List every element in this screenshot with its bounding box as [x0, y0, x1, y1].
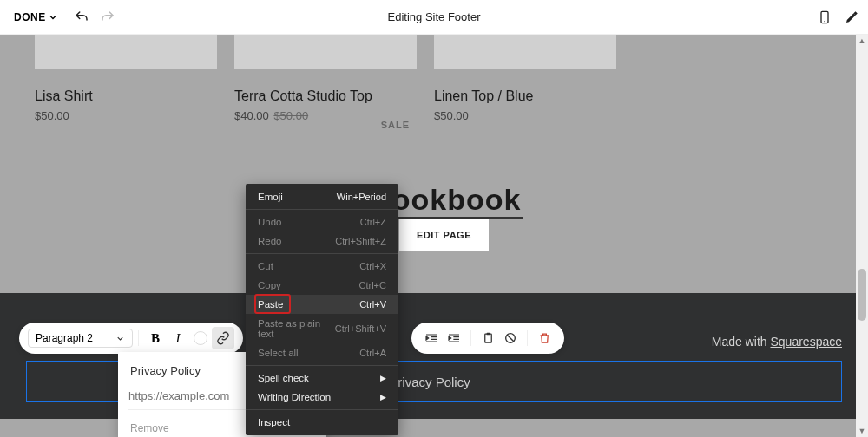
submenu-arrow-icon: ▶	[380, 393, 386, 401]
product-price-current: $40.00	[234, 109, 269, 122]
context-menu-shortcut: Ctrl+A	[359, 348, 386, 358]
product-card[interactable]: Linen Top / Blue $50.00	[434, 35, 616, 122]
color-swatch-icon	[194, 331, 207, 345]
trash-icon	[538, 331, 551, 345]
context-menu-shortcut: Ctrl+Shift+Z	[335, 236, 386, 246]
page-area: Lisa Shirt $50.00 Terra Cotta Studio Top…	[0, 35, 868, 437]
context-menu-item-spell-check[interactable]: Spell check▶	[246, 369, 398, 388]
text-style-label: Paragraph 2	[36, 332, 93, 344]
context-menu-item-paste[interactable]: PasteCtrl+V	[246, 295, 398, 314]
context-menu-item-label: Select all	[258, 348, 299, 358]
context-menu-item-label: Inspect	[258, 417, 290, 427]
submenu-arrow-icon: ▶	[380, 374, 386, 382]
clipboard-icon	[482, 331, 495, 345]
done-label: DONE	[14, 11, 46, 23]
product-price-old: $50.00	[273, 109, 308, 122]
selected-text-content: rivacy Policy	[398, 375, 470, 389]
chevron-down-icon	[48, 12, 58, 23]
context-menu-item-undo: UndoCtrl+Z	[246, 212, 398, 232]
link-remove-button[interactable]: Remove	[130, 422, 169, 434]
indent-icon	[447, 331, 461, 345]
context-menu-shortcut: Ctrl+X	[359, 261, 386, 271]
delete-button[interactable]	[533, 327, 556, 349]
context-menu-item-label: Emoji	[258, 192, 283, 202]
text-style-select[interactable]: Paragraph 2	[28, 329, 133, 348]
undo-icon	[74, 10, 89, 25]
sale-badge: SALE	[381, 120, 410, 130]
context-menu-item-label: Cut	[258, 261, 273, 271]
context-menu-item-emoji[interactable]: EmojiWin+Period	[246, 187, 398, 206]
redo-button[interactable]	[100, 10, 115, 25]
context-menu-separator	[246, 209, 398, 210]
edit-page-button[interactable]: EDIT PAGE	[399, 219, 489, 251]
bold-button[interactable]: B	[144, 327, 167, 349]
svg-point-1	[824, 21, 825, 22]
product-card[interactable]: Lisa Shirt $50.00	[35, 35, 217, 122]
product-image	[35, 35, 217, 69]
context-menu: EmojiWin+PeriodUndoCtrl+ZRedoCtrl+Shift+…	[246, 184, 398, 435]
context-menu-item-label: Writing Direction	[258, 392, 331, 402]
context-menu-item-label: Spell check	[258, 373, 309, 383]
context-menu-item-inspect[interactable]: Inspect	[246, 413, 398, 432]
product-image	[434, 35, 616, 69]
product-name: Terra Cotta Studio Top	[234, 88, 417, 104]
product-price: $50.00	[434, 109, 616, 122]
context-menu-separator	[246, 409, 398, 410]
context-menu-separator	[246, 365, 398, 366]
context-menu-shortcut: Win+Period	[337, 192, 386, 202]
outdent-icon	[424, 331, 438, 345]
context-menu-item-select-all: Select allCtrl+A	[246, 343, 398, 362]
text-toolbar-extra	[411, 323, 564, 354]
product-price: $50.00	[35, 109, 217, 122]
product-image	[234, 35, 417, 69]
context-menu-item-label: Redo	[258, 236, 282, 246]
link-button[interactable]	[212, 327, 234, 349]
toolbar-divider	[527, 330, 528, 346]
link-icon	[216, 331, 230, 345]
editor-canvas: Lisa Shirt $50.00 Terra Cotta Studio Top…	[0, 35, 868, 437]
product-card[interactable]: Terra Cotta Studio Top $40.00 $50.00 SAL…	[234, 35, 417, 122]
mobile-preview-icon[interactable]	[818, 9, 832, 26]
topbar-right	[818, 9, 859, 26]
undo-button[interactable]	[74, 10, 89, 25]
context-menu-item-redo: RedoCtrl+Shift+Z	[246, 232, 398, 251]
topbar-title: Editing Site Footer	[388, 10, 481, 23]
scrollbar-thumb[interactable]	[858, 269, 866, 321]
scroll-down-arrow[interactable]: ▼	[856, 425, 868, 437]
made-with-link[interactable]: Squarespace	[770, 335, 842, 349]
chevron-down-icon	[115, 334, 125, 343]
italic-button[interactable]: I	[167, 327, 189, 349]
clipboard-button[interactable]	[477, 327, 499, 349]
context-menu-separator	[246, 253, 398, 254]
context-menu-item-cut: CutCtrl+X	[246, 257, 398, 276]
context-menu-item-paste-as-plain-text: Paste as plain textCtrl+Shift+V	[246, 314, 398, 343]
paintbrush-icon[interactable]	[844, 10, 859, 25]
editor-topbar: DONE Editing Site Footer	[0, 0, 868, 35]
vertical-scrollbar[interactable]: ▲ ▼	[856, 35, 868, 437]
context-menu-shortcut: Ctrl+Shift+V	[335, 323, 386, 334]
context-menu-item-writing-direction[interactable]: Writing Direction▶	[246, 388, 398, 407]
product-name: Lisa Shirt	[35, 88, 217, 104]
text-color-button[interactable]	[189, 327, 212, 349]
toolbar-divider	[470, 330, 471, 346]
clear-format-button[interactable]	[499, 327, 522, 349]
redo-icon	[100, 10, 115, 25]
lookbook-section: 0 Lookbook EDIT PAGE	[0, 183, 868, 218]
svg-rect-3	[486, 333, 490, 336]
indent-button[interactable]	[443, 327, 465, 349]
scroll-up-arrow[interactable]: ▲	[856, 35, 868, 47]
context-menu-item-copy: CopyCtrl+C	[246, 276, 398, 295]
context-menu-shortcut: Ctrl+Z	[360, 217, 386, 227]
context-menu-item-label: Copy	[258, 280, 281, 290]
done-button[interactable]: DONE	[9, 8, 63, 27]
text-toolbar: Paragraph 2 B I	[19, 323, 243, 354]
product-grid: Lisa Shirt $50.00 Terra Cotta Studio Top…	[0, 35, 868, 122]
made-with-prefix: Made with	[712, 335, 771, 349]
context-menu-shortcut: Ctrl+C	[359, 280, 386, 290]
made-with: Made with Squarespace	[712, 335, 842, 349]
svg-rect-2	[484, 334, 491, 342]
context-menu-item-label: Paste as plain text	[258, 318, 335, 339]
outdent-button[interactable]	[420, 327, 443, 349]
no-symbol-icon	[503, 331, 517, 345]
context-menu-item-label: Paste	[258, 299, 283, 310]
